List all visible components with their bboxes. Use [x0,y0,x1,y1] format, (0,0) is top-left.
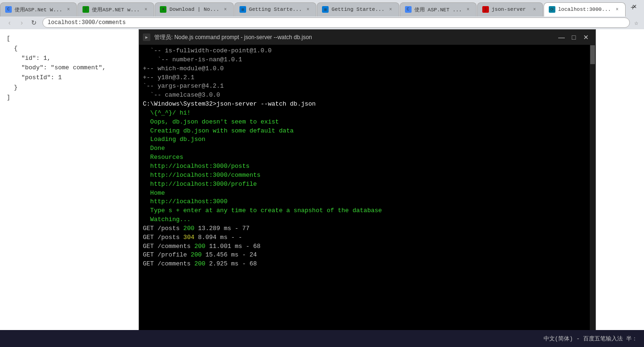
tab-3-favicon: ● [160,6,166,13]
terminal-line: `-- yargs-parser@4.2.1 [143,82,592,91]
address-bar: ‹ › ↻ localhost:3000/comments ☆ [0,17,644,29]
browser-chrome: C 使用ASP.Net W... × C 使用ASP.NET w... × ● … [0,0,644,29]
tab-6[interactable]: C 使用 ASP.NET ... × [400,2,477,17]
terminal-line: http://localhost:3000/profile [143,180,592,189]
terminal-line: http://localhost:3000/comments [143,171,592,180]
tab-2-title: 使用ASP.NET w... [92,6,140,13]
tab-1[interactable]: C 使用ASP.Net W... × [0,2,77,17]
tab-8[interactable]: ⟳ localhost:3000... × [544,2,626,17]
tab-1-close[interactable]: × [65,6,72,13]
terminal-line: http://localhost:3000 [143,198,592,207]
terminal-line: Watching... [143,215,592,224]
terminal-titlebar: ▶ 管理员: Node.js command prompt - json-ser… [139,30,595,45]
lang-indicator: 中文(简体) - 百度五笔输入法 半： [541,334,640,344]
terminal-line: Creating db.json with some default data [143,127,592,136]
terminal-line: GET /posts 304 8.094 ms - - [143,233,592,242]
systray: 中文(简体) - 百度五笔输入法 半： [541,334,640,344]
tab-5[interactable]: ⊞ Getting Starte... × [317,2,399,17]
url-input[interactable]: localhost:3000/comments [42,17,630,28]
terminal-line: \{^_^}/ hi! [143,109,592,118]
terminal-minimize-button[interactable]: — [556,33,567,42]
terminal-line: `-- number-is-nan@1.0.1 [143,56,592,65]
tab-7[interactable]: j json-server × [477,2,543,17]
terminal-line: Home [143,189,592,198]
tab-4-close[interactable]: × [305,6,311,13]
nav-buttons: ‹ › ↻ [4,17,40,28]
tab-7-favicon: j [482,6,489,13]
tab-bar: C 使用ASP.Net W... × C 使用ASP.NET w... × ● … [0,0,644,17]
tab-6-close[interactable]: × [465,6,471,13]
url-text: localhost:3000/comments [48,19,126,26]
bookmark-icon[interactable]: ☆ [633,19,640,27]
tab-3-close[interactable]: × [222,6,229,13]
tab-4[interactable]: ⊞ Getting Starte... × [234,2,316,17]
tab-5-close[interactable]: × [388,6,394,13]
terminal-line: C:\Windows\System32>json-server --watch … [143,100,592,109]
tab-1-title: 使用ASP.Net W... [15,6,62,13]
close-button[interactable]: ✕ [629,2,640,11]
tab-8-title: localhost:3000... [558,7,611,12]
terminal-line: Loading db.json [143,135,592,144]
terminal-close-button[interactable]: ✕ [580,33,592,42]
terminal-line: GET /profile 200 15.456 ms - 24 [143,251,592,260]
terminal-controls: — □ ✕ [556,33,592,42]
tab-8-favicon: ⟳ [549,6,555,13]
tab-2-close[interactable]: × [142,6,149,13]
tab-4-favicon: ⊞ [239,6,246,13]
terminal-scrollbar-track[interactable] [590,45,595,340]
terminal-line: `-- is-fullwidth-code-point@1.0.0 [143,47,592,56]
terminal-line: Type s + enter at any time to create a s… [143,207,592,215]
terminal-line: +-- which-module@1.0.0 [143,65,592,74]
tab-7-close[interactable]: × [531,6,538,13]
tab-2[interactable]: C 使用ASP.NET w... × [77,2,154,17]
tab-2-favicon: C [83,6,89,13]
terminal-body[interactable]: `-- is-fullwidth-code-point@1.0.0 `-- nu… [139,45,595,340]
terminal-line: Resources [143,153,592,162]
tab-4-title: Getting Starte... [249,7,302,12]
terminal-line: GET /posts 200 13.289 ms - 77 [143,224,592,233]
terminal-line: +-- y18n@3.2.1 [143,74,592,83]
forward-button[interactable]: › [16,17,27,28]
terminal-line: Done [143,144,592,153]
terminal-scrollbar-thumb[interactable] [590,45,595,64]
terminal-maximize-button[interactable]: □ [568,33,579,42]
tab-5-title: Getting Starte... [331,7,384,12]
tab-6-favicon: C [405,6,412,13]
tab-1-favicon: C [5,6,12,13]
tab-3[interactable]: ● Download | No... × [155,2,234,17]
terminal-line: GET /comments 200 11.001 ms - 68 [143,242,592,251]
terminal-line: http://localhost:3000/posts [143,162,592,171]
taskbar: 中文(简体) - 百度五笔输入法 半： [0,330,644,347]
tab-5-favicon: ⊞ [322,6,329,13]
tab-6-title: 使用 ASP.NET ... [414,6,462,13]
terminal-window: ▶ 管理员: Node.js command prompt - json-ser… [139,29,596,340]
terminal-title: 管理员: Node.js command prompt - json-serve… [154,33,552,41]
terminal-line: GET /comments 200 2.925 ms - 68 [143,260,592,269]
refresh-button[interactable]: ↻ [28,17,40,28]
terminal-icon: ▶ [143,33,150,41]
tab-3-title: Download | No... [169,7,219,12]
terminal-line: `-- camelcase@3.0.0 [143,91,592,100]
tab-7-title: json-server [492,7,528,12]
terminal-line: Oops, db.json doesn't seem to exist [143,118,592,127]
back-button[interactable]: ‹ [4,17,15,28]
tab-8-close[interactable]: × [614,6,620,13]
